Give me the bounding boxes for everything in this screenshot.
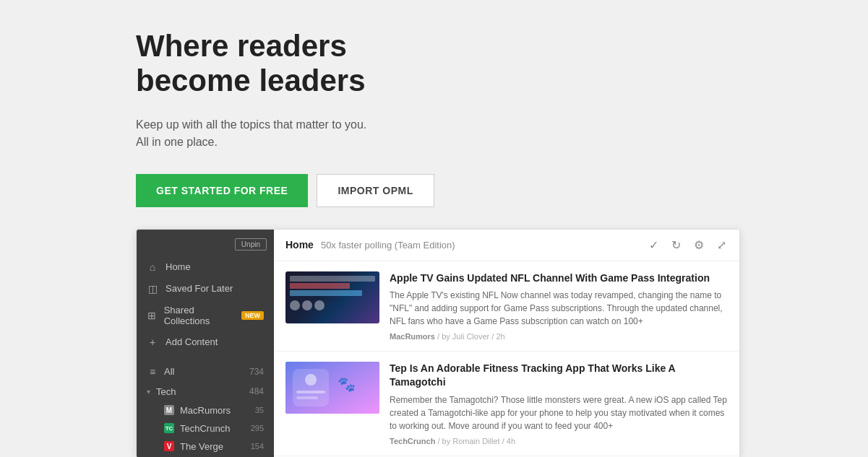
techcrunch-favicon: TC <box>164 423 174 433</box>
sidebar-item-saved[interactable]: ◫ Saved For Later <box>137 278 274 300</box>
hero-buttons: GET STARTED FOR FREE IMPORT OPML <box>136 174 868 207</box>
expand-button[interactable]: ⤢ <box>716 237 728 253</box>
refresh-button[interactable]: ↻ <box>670 237 682 253</box>
import-opml-button[interactable]: IMPORT OPML <box>317 174 434 207</box>
mark-read-button[interactable]: ✓ <box>648 237 660 253</box>
sidebar-item-shared[interactable]: ⊞ Shared Collections NEW <box>137 300 274 331</box>
bookmark-icon: ◫ <box>147 283 158 295</box>
table-row[interactable]: Apple TV Gains Updated NFL Channel With … <box>274 261 739 352</box>
article-meta: MacRumors / by Juli Clover / 2h <box>390 332 728 341</box>
sidebar: Unpin ⌂ Home ◫ Saved For Later ⊞ Shared … <box>137 230 274 457</box>
feed-techcrunch-count: 295 <box>251 424 264 432</box>
get-started-button[interactable]: GET STARTED FOR FREE <box>136 174 308 207</box>
hero-title: Where readers become leaders <box>136 29 439 99</box>
tech-feeds: M MacRumors 35 TC TechCrunch 295 V The V… <box>144 401 274 456</box>
sidebar-item-saved-label: Saved For Later <box>166 283 233 294</box>
article-separator: / by <box>437 437 452 445</box>
plus-icon: + <box>147 336 158 348</box>
main-header-left: Home 50x faster polling (Team Edition) <box>285 239 455 251</box>
article-thumbnail <box>285 271 379 323</box>
main-content: Home 50x faster polling (Team Edition) ✓… <box>274 230 739 457</box>
sidebar-section-tech[interactable]: ▾ Tech 484 <box>137 382 274 401</box>
article-body: Apple TV Gains Updated NFL Channel With … <box>390 271 728 341</box>
section-all-count: 734 <box>249 367 264 377</box>
article-time: 2h <box>496 332 504 341</box>
main-header-right: ✓ ↻ ⚙ ⤢ <box>648 237 728 253</box>
article-thumbnail: 🐾 <box>285 362 379 414</box>
feed-techcrunch-label: TechCrunch <box>180 423 230 434</box>
main-header: Home 50x faster polling (Team Edition) ✓… <box>274 230 739 261</box>
article-title: Apple TV Gains Updated NFL Channel With … <box>390 271 728 285</box>
feed-macrumors-label: MacRumors <box>180 405 231 416</box>
article-separator: / by <box>437 332 452 341</box>
feed-theverge[interactable]: V The Verge 154 <box>144 438 274 456</box>
shared-icon: ⊞ <box>147 310 157 321</box>
feed-techcrunch[interactable]: TC TechCrunch 295 <box>144 419 274 438</box>
app-preview: Unpin ⌂ Home ◫ Saved For Later ⊞ Shared … <box>136 229 740 457</box>
articles-list: Apple TV Gains Updated NFL Channel With … <box>274 261 739 457</box>
home-icon: ⌂ <box>147 261 158 273</box>
hero-subtitle: Keep up with all the topics that matter … <box>136 116 439 151</box>
article-title: Tep Is An Adorable Fitness Tracking App … <box>390 362 728 389</box>
svg-rect-3 <box>296 391 325 393</box>
section-tech-count: 484 <box>249 386 264 396</box>
article-source: MacRumors <box>390 332 435 341</box>
unpin-button[interactable]: Unpin <box>235 238 267 251</box>
article-source: TechCrunch <box>390 437 435 445</box>
hero-subtitle-line1: Keep up with all the topics that matter … <box>136 118 366 131</box>
section-all-label: All <box>164 366 174 377</box>
svg-text:🐾: 🐾 <box>338 375 356 393</box>
sidebar-item-add-label: Add Content <box>166 336 218 347</box>
sidebar-item-shared-label: Shared Collections <box>164 305 231 326</box>
feed-theverge-label: The Verge <box>180 441 223 452</box>
hero-subtitle-line2: All in one place. <box>136 136 218 148</box>
svg-rect-4 <box>296 396 318 399</box>
main-header-subtitle: 50x faster polling (Team Edition) <box>321 240 455 251</box>
table-row[interactable]: 🐾 Tep Is An Adorable Fitness Tracking Ap… <box>274 352 739 456</box>
macrumors-favicon: M <box>164 405 174 415</box>
article-author: Romain Dillet <box>452 437 499 445</box>
settings-button[interactable]: ⚙ <box>692 237 705 253</box>
sidebar-item-add[interactable]: + Add Content <box>137 331 274 353</box>
article-time: 4h <box>507 437 515 445</box>
section-tech-label: Tech <box>156 386 176 397</box>
sidebar-item-home[interactable]: ⌂ Home <box>137 256 274 278</box>
article-excerpt: Remember the Tamagotchi? Those little mo… <box>390 393 728 432</box>
article-excerpt: The Apple TV's existing NFL Now channel … <box>390 289 728 328</box>
article-author: Juli Clover <box>452 332 489 341</box>
list-icon: ≡ <box>147 366 158 378</box>
feed-theverge-count: 154 <box>251 442 264 451</box>
svg-point-2 <box>305 374 317 386</box>
main-home-label: Home <box>285 239 314 251</box>
article-body: Tep Is An Adorable Fitness Tracking App … <box>390 362 728 445</box>
article-meta: TechCrunch / by Romain Dillet / 4h <box>390 437 728 445</box>
sidebar-section-all[interactable]: ≡ All 734 <box>137 362 274 382</box>
hero-section: Where readers become leaders Keep up wit… <box>0 0 868 229</box>
theverge-favicon: V <box>164 441 174 451</box>
sidebar-item-home-label: Home <box>166 261 191 272</box>
chevron-tech-icon: ▾ <box>147 388 150 396</box>
feed-macrumors[interactable]: M MacRumors 35 <box>144 401 274 419</box>
feed-macrumors-count: 35 <box>255 406 264 414</box>
sidebar-unpin-area: Unpin <box>137 235 274 256</box>
new-badge: NEW <box>241 311 264 320</box>
